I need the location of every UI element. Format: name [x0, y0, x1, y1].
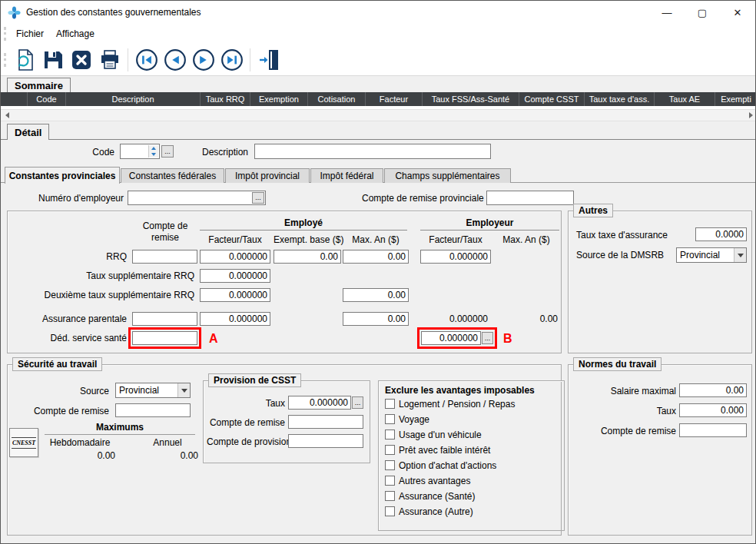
tab-label: Constantes provinciales [9, 171, 116, 181]
taux-supplementaire-rrq-label: Taux supplémentaire RRQ [8, 270, 194, 281]
tab-constantes-federales[interactable]: Constantes fédérales [121, 168, 224, 183]
assurance-parentale-facteur-input[interactable] [200, 312, 270, 326]
assurance-parentale-employeur-max-value: 0.00 [493, 313, 558, 324]
save-button[interactable] [38, 45, 67, 74]
deuxieme-taux-max-an-input[interactable] [343, 288, 409, 302]
close-button[interactable]: ✕ [720, 1, 755, 24]
rrq-exempt-base-input[interactable] [274, 250, 341, 264]
checkbox-logement[interactable] [385, 399, 395, 409]
tab-detail[interactable]: Détail [7, 124, 49, 140]
compte-remise-provinciale-input[interactable] [486, 191, 574, 205]
cnesst-logo[interactable]: CNESST [9, 428, 38, 457]
source-dmsrb-select[interactable]: Provincial [676, 247, 747, 263]
grid-corner-cell[interactable] [1, 92, 28, 106]
last-record-button[interactable] [217, 45, 246, 74]
provision-taux-input[interactable] [288, 396, 351, 410]
horizontal-scrollbar[interactable] [1, 109, 756, 121]
code-label: Code [70, 147, 114, 158]
ded-service-sante-compte-input[interactable] [132, 331, 197, 345]
column-header-taux-fss[interactable]: Taux FSS/Ass-Santé [423, 92, 519, 106]
taux-taxe-assurance-input[interactable] [695, 227, 747, 241]
tab-champs-supplementaires[interactable]: Champs supplémentaires [384, 168, 511, 183]
menu-affichage[interactable]: Affichage [50, 26, 101, 41]
column-header-code[interactable]: Code [28, 92, 66, 106]
menu-fichier[interactable]: Fichier [10, 26, 50, 41]
tab-impot-federal[interactable]: Impôt fédéral [310, 168, 383, 183]
spinner-down-icon[interactable] [151, 153, 156, 156]
column-header-taux-taxe[interactable]: Taux taxe d'ass. [585, 92, 655, 106]
assurance-parentale-employeur-facteur-value: 0.000000 [420, 313, 488, 324]
column-header-facteur[interactable]: Facteur [366, 92, 423, 106]
numero-employeur-input[interactable] [128, 191, 266, 205]
column-header-exemption[interactable]: Exemption [250, 92, 308, 106]
taux-supplementaire-rrq-facteur-input[interactable] [200, 269, 270, 283]
compte-remise-provinciale-label: Compte de remise provinciale [362, 193, 483, 204]
rrq-max-an-input[interactable] [343, 250, 409, 264]
column-header-compte-csst[interactable]: Compte CSST [519, 92, 585, 106]
tab-sommaire[interactable]: Sommaire [7, 78, 71, 92]
first-record-button[interactable] [132, 45, 161, 74]
column-header-description[interactable]: Description [66, 92, 201, 106]
tab-label: Impôt provincial [235, 171, 300, 181]
assurance-parentale-max-an-input[interactable] [343, 312, 409, 326]
checkbox-assurance-autre[interactable] [385, 506, 395, 516]
column-header-exemption-2[interactable]: Exempti [715, 92, 756, 106]
rrq-employeur-facteur-input[interactable] [420, 250, 491, 264]
previous-record-icon [164, 48, 187, 71]
print-button[interactable] [95, 45, 124, 74]
dropdown-button[interactable] [734, 248, 746, 262]
rrq-compte-remise-input[interactable] [132, 250, 197, 264]
save-icon [41, 48, 65, 71]
deuxieme-taux-facteur-input[interactable] [200, 288, 270, 302]
autres-group-title: Autres [573, 204, 613, 217]
dropdown-button[interactable] [177, 383, 190, 397]
column-header-cotisation[interactable]: Cotisation [308, 92, 366, 106]
checkbox-usage-vehicule[interactable] [385, 430, 395, 440]
assurance-parentale-compte-input[interactable] [132, 312, 197, 326]
spinner-up-icon[interactable] [151, 147, 156, 150]
normes-taux-input[interactable] [679, 403, 747, 417]
compte-provision-input[interactable] [288, 434, 363, 448]
checkbox-autres-avantages[interactable] [385, 476, 395, 486]
code-field[interactable] [120, 144, 160, 159]
code-spinner[interactable] [148, 145, 158, 158]
provision-taux-browse-button[interactable]: ... [352, 396, 363, 409]
scroll-right-button[interactable] [744, 110, 756, 121]
salaire-maximal-input[interactable] [679, 383, 747, 397]
exclure-avantages-group: Exclure les avantages imposables Logemen… [378, 380, 565, 531]
scroll-left-button[interactable] [1, 110, 13, 121]
title-bar: Gestion des constantes gouvernementales … [1, 1, 755, 24]
checkbox-pret-faible-interet[interactable] [385, 445, 395, 455]
provision-compte-remise-input[interactable] [288, 415, 363, 429]
code-browse-button[interactable]: ... [161, 145, 174, 158]
ded-service-sante-browse-button[interactable]: ... [482, 332, 493, 344]
tab-label: Constantes fédérales [129, 171, 216, 181]
assurance-parentale-label: Assurance parentale [8, 313, 127, 324]
next-record-button[interactable] [189, 45, 217, 74]
minimize-button[interactable]: — [649, 1, 685, 24]
tab-impot-provincial[interactable]: Impôt provincial [225, 168, 310, 183]
tab-constantes-provinciales[interactable]: Constantes provinciales [5, 167, 120, 184]
delete-button[interactable] [67, 45, 95, 74]
provision-compte-remise-label: Compte de remise [207, 417, 285, 428]
normes-compte-remise-input[interactable] [679, 423, 747, 437]
numero-employeur-browse-button[interactable]: ... [252, 192, 264, 204]
securite-compte-remise-input[interactable] [115, 403, 191, 417]
securite-compte-remise-label: Compte de remise [17, 406, 109, 416]
normes-taux-label: Taux [575, 406, 676, 416]
annotation-letter-b: B [503, 332, 512, 346]
ded-service-sante-employeur-input[interactable] [421, 331, 481, 345]
exit-button[interactable] [254, 45, 283, 74]
new-button[interactable] [10, 45, 38, 74]
checkbox-voyage[interactable] [385, 414, 395, 424]
column-header-taux-ae[interactable]: Taux AE [655, 92, 715, 106]
checkbox-assurance-sante[interactable] [385, 491, 395, 501]
maximize-button[interactable]: ▢ [685, 1, 720, 24]
rrq-facteur-input[interactable] [200, 250, 270, 264]
securite-source-select[interactable]: Provincial [115, 383, 191, 398]
checkbox-option-achat-actions[interactable] [385, 460, 395, 470]
constantes-group: Compte de remise Employé Employeur Facte… [7, 211, 562, 353]
column-header-taux-rrq[interactable]: Taux RRQ [201, 92, 250, 106]
previous-record-button[interactable] [161, 45, 189, 74]
description-input[interactable] [254, 144, 491, 159]
